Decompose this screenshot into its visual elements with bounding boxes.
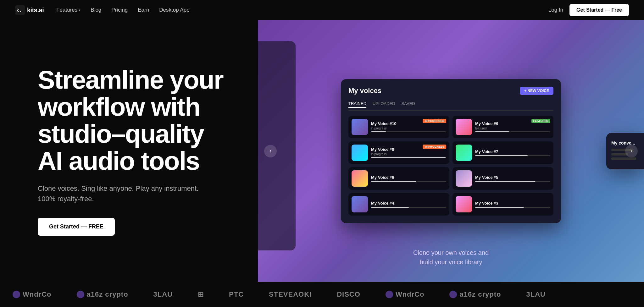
svg-text:k.: k.: [16, 8, 22, 13]
logo-brand-icon: [386, 291, 393, 298]
voice-item[interactable]: My Voice #10 in progress IN PROGRESS: [348, 116, 449, 138]
voice-thumbnail: [352, 119, 368, 135]
logos-track: WndrCo a16z crypto 3LAU⊞PTCSTEVEAOKIDISC…: [0, 290, 558, 299]
chevron-right-icon: ›: [630, 148, 632, 154]
voices-tabs: TRAINED UPLOADED SAVED: [348, 101, 553, 111]
voice-info: My Voice #7: [475, 149, 550, 156]
logo-label: ⊞: [198, 290, 204, 299]
logo-label: a16z crypto: [459, 290, 501, 299]
voice-progress-fill: [371, 131, 386, 132]
voice-thumbnail: [352, 145, 368, 161]
new-voice-button[interactable]: + NEW VOICE: [520, 87, 553, 95]
hero-cta-button[interactable]: Get Started — FREE: [38, 218, 115, 236]
voice-item[interactable]: My Voice #5: [452, 167, 553, 190]
voice-thumbnail: [352, 170, 368, 187]
partial-card-line-3: [611, 157, 636, 160]
tab-trained[interactable]: TRAINED: [348, 101, 366, 108]
logo-brand-icon: [13, 291, 20, 298]
voice-item[interactable]: My Voice #9 featured FEATURED: [452, 116, 553, 138]
bg-left-panel: [258, 41, 296, 250]
logo-label: DISCO: [337, 290, 360, 299]
voice-progress-fill: [475, 131, 509, 132]
voices-card: My voices + NEW VOICE TRAINED UPLOADED S…: [341, 79, 561, 223]
logo-item: 3LAU: [526, 290, 545, 299]
logo-item: STEVEAOKI: [269, 290, 312, 299]
voice-progress-fill: [475, 207, 524, 208]
logo-item: a16z crypto: [77, 290, 128, 299]
logo-label: WndrCo: [396, 290, 425, 299]
voice-thumbnail: [456, 170, 472, 187]
voice-thumbnail: [456, 119, 472, 135]
nav-blog[interactable]: Blog: [91, 7, 101, 13]
voice-badge: IN PROGRESS: [423, 145, 446, 149]
voice-item[interactable]: My Voice #7: [452, 141, 553, 164]
voice-status: in progress: [371, 152, 446, 156]
voice-badge: FEATURED: [531, 119, 550, 123]
voice-thumbnail: [456, 145, 472, 161]
logo-item: 3LAU: [153, 290, 173, 299]
logos-bar: WndrCo a16z crypto 3LAU⊞PTCSTEVEAOKIDISC…: [0, 282, 644, 307]
logo-item: ⊞: [198, 290, 204, 299]
voice-name: My Voice #6: [371, 175, 446, 180]
voice-item[interactable]: My Voice #3: [452, 193, 553, 216]
voices-grid: My Voice #10 in progress IN PROGRESS My …: [348, 116, 553, 216]
nav-features[interactable]: Features ▾: [56, 7, 80, 13]
logo-label: PTC: [229, 290, 244, 299]
voice-progress-fill: [475, 181, 535, 182]
logo-label: WndrCo: [23, 290, 52, 299]
logo[interactable]: k. kits.ai: [15, 5, 44, 15]
voice-progress-bar: [475, 207, 550, 208]
partial-card-title: My conve...: [611, 140, 639, 145]
voice-progress-fill: [371, 207, 409, 208]
logo-item: DISCO: [337, 290, 360, 299]
login-button[interactable]: Log In: [548, 7, 563, 13]
navbar: k. kits.ai Features ▾ Blog Pricing Earn …: [0, 0, 644, 20]
voice-progress-bar: [371, 157, 446, 158]
voice-progress-fill: [371, 157, 446, 158]
voice-thumbnail: [456, 196, 472, 212]
tab-saved[interactable]: SAVED: [402, 101, 415, 108]
voice-name: My Voice #5: [475, 175, 550, 180]
nav-desktop-app[interactable]: Desktop App: [159, 7, 189, 13]
logo-item: PTC: [229, 290, 244, 299]
voice-progress-bar: [371, 207, 446, 208]
voice-progress-fill: [371, 181, 416, 182]
logo-label: 3LAU: [526, 290, 545, 299]
logo-item: WndrCo: [13, 290, 52, 299]
voice-progress-bar: [371, 131, 446, 132]
voice-thumbnail: [352, 196, 368, 212]
nav-links: Features ▾ Blog Pricing Earn Desktop App: [56, 7, 548, 13]
logo-brand-icon: [77, 291, 84, 298]
voice-progress-bar: [475, 181, 550, 182]
voice-name: My Voice #7: [475, 149, 550, 154]
hero-subtitle: Clone voices. Sing like anyone. Play any…: [38, 183, 201, 204]
logo-label: 3LAU: [153, 290, 173, 299]
carousel-prev-button[interactable]: ‹: [264, 145, 277, 157]
logo-item: a16z crypto: [449, 290, 501, 299]
voices-card-header: My voices + NEW VOICE: [348, 87, 553, 95]
logo-brand-icon: [449, 291, 457, 298]
voice-info: My Voice #4: [371, 201, 446, 208]
chevron-down-icon: ▾: [79, 8, 80, 12]
hero-title: Streamline your workflow with studio–qua…: [38, 66, 233, 174]
voice-item[interactable]: My Voice #6: [348, 167, 449, 190]
carousel-next-button[interactable]: ›: [625, 145, 638, 157]
chevron-left-icon: ‹: [269, 148, 271, 154]
hero-left: Streamline your workflow with studio–qua…: [0, 20, 258, 282]
voice-item[interactable]: My Voice #4: [348, 193, 449, 216]
hero-section: Streamline your workflow with studio–qua…: [0, 20, 644, 282]
voice-progress-bar: [475, 155, 550, 156]
hero-right: ‹ My voices + NEW VOICE TRAINED UPLOADED…: [258, 20, 644, 282]
get-started-button[interactable]: Get Started — Free: [569, 4, 629, 16]
tab-uploaded[interactable]: UPLOADED: [373, 101, 395, 108]
nav-pricing[interactable]: Pricing: [111, 7, 128, 13]
nav-earn[interactable]: Earn: [138, 7, 149, 13]
logo-label: STEVEAOKI: [269, 290, 312, 299]
voice-status: featured: [475, 127, 550, 130]
voice-name: My Voice #3: [475, 201, 550, 206]
logo-text: kits.ai: [27, 7, 44, 14]
voice-item[interactable]: My Voice #8 in progress IN PROGRESS: [348, 141, 449, 164]
voice-progress-bar: [475, 131, 550, 132]
voice-status: in progress: [371, 127, 446, 130]
voice-info: My Voice #6: [371, 175, 446, 182]
